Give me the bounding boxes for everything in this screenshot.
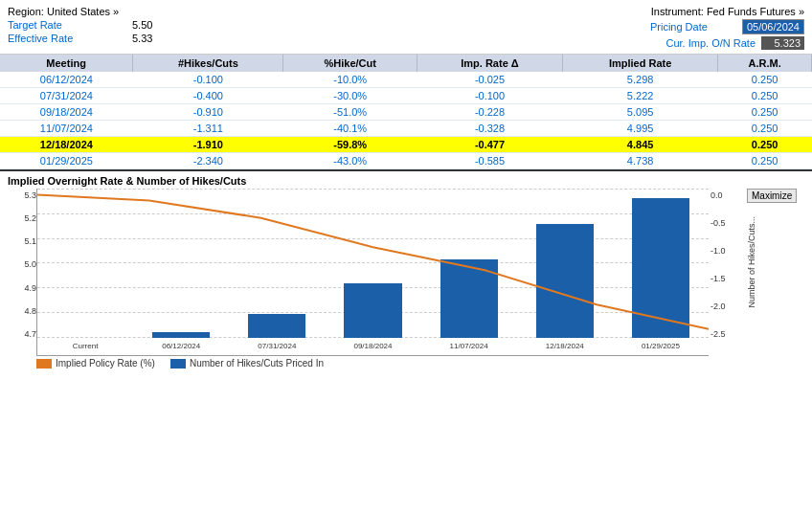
table-cell: 0.250 [718, 121, 812, 137]
bar-group [517, 189, 613, 338]
y-axis-left-label: 4.8 [8, 306, 36, 316]
chart-section: Implied Overnight Rate & Number of Hikes… [0, 169, 812, 369]
table-cell: 4.995 [563, 121, 718, 137]
x-axis-label: 07/31/2024 [229, 338, 325, 355]
table-cell: 0.250 [718, 153, 812, 169]
meetings-table: Meeting #Hikes/Cuts %Hike/Cut Imp. Rate … [0, 55, 812, 169]
table-cell: 07/31/2024 [0, 88, 133, 104]
effective-rate-label[interactable]: Effective Rate [8, 33, 94, 44]
col-arm: A.R.M. [718, 55, 812, 72]
col-implied-rate: Implied Rate [563, 55, 718, 72]
y-axis-left-label: 5.1 [8, 236, 36, 246]
data-table-section: Meeting #Hikes/Cuts %Hike/Cut Imp. Rate … [0, 55, 812, 169]
cur-imp-label: Cur. Imp. O/N Rate [665, 37, 756, 49]
bar-group [421, 189, 517, 338]
table-cell: -10.0% [283, 72, 417, 88]
y-axis-right-label: -2.5 [709, 329, 747, 339]
y-axis-right-label: 0.0 [709, 190, 747, 200]
chart-container: 5.35.25.15.04.94.84.7 Current06/12/20240… [8, 189, 747, 356]
legend-color-box [170, 359, 186, 369]
table-cell: -40.1% [283, 121, 417, 137]
x-axis-label: 12/18/2024 [517, 338, 613, 355]
table-cell: -0.585 [417, 153, 562, 169]
table-cell: 5.298 [563, 72, 718, 88]
table-cell: 5.095 [563, 104, 718, 121]
bar-group [325, 189, 420, 338]
right-info: Instrument: Fed Funds Futures » Pricing … [650, 6, 804, 50]
bar [440, 259, 498, 338]
cur-imp-value: 5.323 [761, 36, 804, 50]
bar-group [229, 189, 325, 338]
table-cell: -0.100 [417, 88, 562, 104]
header: Region: United States » Target Rate 5.50… [0, 0, 812, 55]
y-axis-left-label: 5.2 [8, 213, 36, 223]
table-cell: 09/18/2024 [0, 104, 133, 121]
pricing-date-value[interactable]: 05/06/2024 [742, 19, 804, 34]
table-row[interactable]: 09/18/2024-0.910-51.0%-0.2285.0950.250 [0, 104, 812, 121]
chart-main: Current06/12/202407/31/202409/18/202411/… [36, 189, 709, 356]
y-axis-right: 0.0-0.5-1.0-1.5-2.0-2.5 [709, 189, 747, 356]
table-cell: 01/29/2025 [0, 153, 133, 169]
bar-group [37, 189, 133, 338]
table-cell: -59.8% [283, 137, 417, 153]
bars-container [37, 189, 709, 338]
table-cell: 0.250 [718, 72, 812, 88]
y-axis-right-label: -1.5 [709, 274, 747, 283]
table-cell: 12/18/2024 [0, 137, 133, 153]
table-cell: -0.025 [417, 72, 562, 88]
right-y-axis-label: Number of Hikes/Cuts... [747, 216, 757, 308]
y-axis-left: 5.35.25.15.04.94.84.7 [8, 189, 36, 356]
legend-label: Implied Policy Rate (%) [56, 358, 155, 369]
table-cell: 4.845 [563, 137, 718, 153]
x-axis-label: 01/29/2025 [613, 338, 709, 355]
table-cell: -0.400 [133, 88, 283, 104]
table-cell: 0.250 [718, 137, 812, 153]
table-cell: 5.222 [563, 88, 718, 104]
table-cell: -1.910 [133, 137, 283, 153]
table-row[interactable]: 11/07/2024-1.311-40.1%-0.3284.9950.250 [0, 121, 812, 137]
table-cell: 0.250 [718, 104, 812, 121]
chart-legend: Implied Policy Rate (%)Number of Hikes/C… [8, 358, 804, 369]
col-hikes-cuts: #Hikes/Cuts [133, 55, 283, 72]
col-meeting: Meeting [0, 55, 133, 72]
table-cell: 06/12/2024 [0, 72, 133, 88]
col-pct-hike-cut: %Hike/Cut [283, 55, 417, 72]
chart-right-panel: Maximize Number of Hikes/Cuts... [747, 189, 804, 308]
bar [536, 224, 594, 338]
target-rate-label[interactable]: Target Rate [8, 19, 94, 31]
chart-title: Implied Overnight Rate & Number of Hikes… [8, 175, 804, 187]
region-label[interactable]: Region: United States » [8, 6, 152, 17]
legend-color-box [36, 359, 52, 369]
table-cell: 0.250 [718, 88, 812, 104]
region-text: Region: United States » [8, 6, 119, 17]
table-cell: -0.477 [417, 137, 562, 153]
bar-group [613, 189, 709, 338]
x-axis-label: Current [37, 338, 133, 355]
y-axis-right-label: -0.5 [709, 218, 747, 228]
table-cell: 4.738 [563, 153, 718, 169]
table-row[interactable]: 07/31/2024-0.400-30.0%-0.1005.2220.250 [0, 88, 812, 104]
table-cell: -51.0% [283, 104, 417, 121]
col-imp-rate-delta: Imp. Rate Δ [417, 55, 562, 72]
instrument-text: Instrument: Fed Funds Futures » [651, 6, 804, 17]
y-axis-left-label: 5.3 [8, 190, 36, 200]
table-row[interactable]: 12/18/2024-1.910-59.8%-0.4774.8450.250 [0, 137, 812, 153]
x-axis-label: 11/07/2024 [421, 338, 517, 355]
table-cell: -0.910 [133, 104, 283, 121]
x-axis-label: 09/18/2024 [325, 338, 420, 355]
table-cell: -1.311 [133, 121, 283, 137]
maximize-button[interactable]: Maximize [747, 189, 797, 203]
legend-item: Number of Hikes/Cuts Priced In [170, 358, 324, 369]
table-row[interactable]: 01/29/2025-2.340-43.0%-0.5854.7380.250 [0, 153, 812, 169]
left-info: Region: United States » Target Rate 5.50… [8, 6, 152, 44]
legend-label: Number of Hikes/Cuts Priced In [190, 358, 324, 369]
table-cell: -0.228 [417, 104, 562, 121]
instrument-label[interactable]: Instrument: Fed Funds Futures » [651, 6, 804, 17]
table-cell: -0.328 [417, 121, 562, 137]
y-axis-left-label: 5.0 [8, 259, 36, 269]
table-row[interactable]: 06/12/2024-0.100-10.0%-0.0255.2980.250 [0, 72, 812, 88]
table-cell: -0.100 [133, 72, 283, 88]
effective-rate-row: Effective Rate 5.33 [8, 33, 152, 44]
table-header-row: Meeting #Hikes/Cuts %Hike/Cut Imp. Rate … [0, 55, 812, 72]
table-cell: -30.0% [283, 88, 417, 104]
